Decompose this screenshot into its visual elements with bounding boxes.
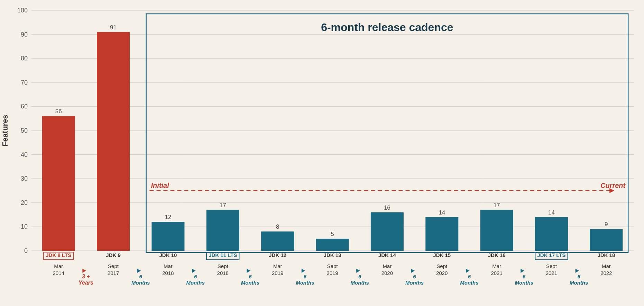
chart-root: [0, 0, 644, 306]
